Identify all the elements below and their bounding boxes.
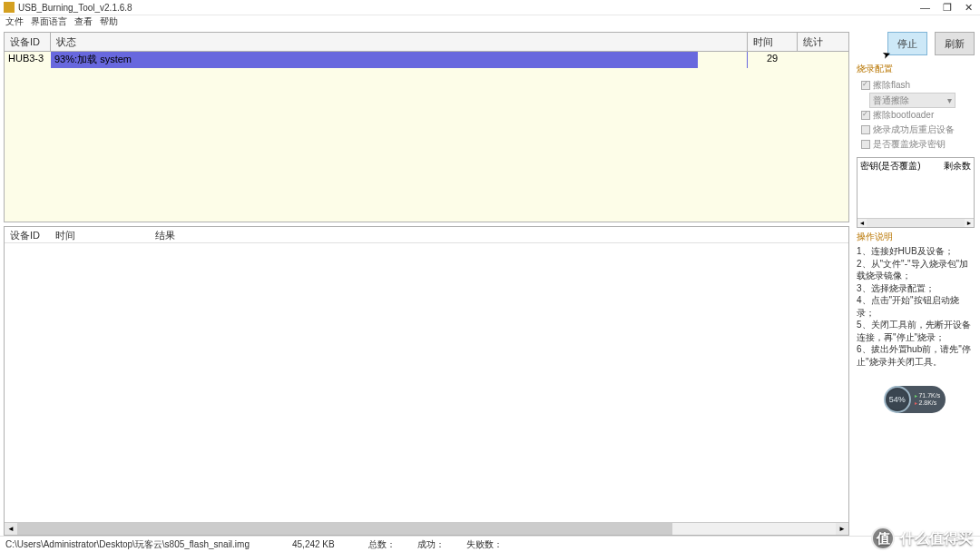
window-controls: — ❐ ✕ [920,2,973,14]
performance-widget-body: 54% 71.7K/s 2.8K/s [886,386,946,413]
performance-widget[interactable]: 54% 71.7K/s 2.8K/s [857,386,975,413]
net-upload: 71.7K/s [915,392,940,399]
left-column: 设备ID 状态 时间 统计 HUB3-3 93%:加载 system 29 设备… [0,28,853,536]
main-area: 设备ID 状态 时间 统计 HUB3-3 93%:加载 system 29 设备… [0,28,980,536]
config-title: 烧录配置 [857,63,975,75]
key-scroll-track[interactable] [867,219,965,227]
instructions-title: 操作说明 [857,231,975,243]
erase-mode-combo: 普通擦除 ▾ [869,93,956,108]
key-panel-header: 密钥(是否覆盖) 剩余数 [858,158,974,174]
label-erase-flash: 擦除flash [873,79,910,92]
statusbar: C:\Users\Administrator\Desktop\玩客云\s805_… [0,536,980,552]
cell-stat [798,52,848,68]
config-reboot-after: 烧录成功后重启设备 [857,123,975,137]
menu-view[interactable]: 查看 [74,15,93,28]
device-table: 设备ID 状态 时间 统计 HUB3-3 93%:加载 system 29 [4,32,849,222]
scroll-right-icon[interactable]: ► [836,523,848,536]
cell-status-progress: 93%:加载 system [51,52,748,68]
key-panel-body [858,174,974,218]
action-buttons: 停止 刷新 [857,32,975,55]
status-success: 成功： [417,538,445,551]
performance-percent: 54% [884,386,911,413]
status-size: 45,242 KB [292,539,347,549]
menu-help[interactable]: 帮助 [100,15,118,28]
performance-stats: 71.7K/s 2.8K/s [915,392,940,408]
minimize-button[interactable]: — [920,2,930,14]
key-header-remain: 剩余数 [944,160,971,172]
erase-mode-value: 普通擦除 [873,94,909,107]
watermark-text: 什么值得买 [900,529,973,548]
scroll-thumb[interactable] [17,523,672,536]
key-header-name: 密钥(是否覆盖) [860,160,921,172]
watermark-icon: 值 [871,527,895,550]
menubar: 文件 界面语言 查看 帮助 [0,15,980,28]
app-icon [4,2,15,13]
key-scroll-left-icon[interactable]: ◄ [858,219,867,227]
refresh-button[interactable]: 刷新 [935,32,975,55]
watermark: 值 什么值得买 [871,527,973,550]
horizontal-scrollbar[interactable]: ◄ ► [5,522,848,535]
status-total: 总数： [368,538,396,551]
label-reboot: 烧录成功后重启设备 [873,123,955,136]
device-row[interactable]: HUB3-3 93%:加载 system 29 [5,52,848,68]
checkbox-erase-flash [861,81,870,90]
instruction-line: 3、选择烧录配置； [857,282,975,295]
scroll-track[interactable] [17,523,836,536]
log-header-time[interactable]: 时间 [50,227,150,242]
checkbox-overwrite-key [861,140,870,149]
instruction-line: 1、连接好HUB及设备； [857,245,975,258]
status-path: C:\Users\Administrator\Desktop\玩客云\s805_… [5,538,270,551]
header-stat[interactable]: 统计 [798,33,848,51]
instruction-line: 4、点击"开始"按钮启动烧录； [857,294,975,319]
header-time[interactable]: 时间 [748,33,798,51]
header-status[interactable]: 状态 [51,33,748,51]
log-table: 设备ID 时间 结果 ◄ ► [4,226,849,536]
stop-button[interactable]: 停止 [887,32,927,55]
instruction-line: 5、关闭工具前，先断开设备连接，再"停止"烧录； [857,319,975,343]
menu-language[interactable]: 界面语言 [31,15,67,28]
instructions-body: 1、连接好HUB及设备； 2、从"文件"-"导入烧录包"加载烧录镜像； 3、选择… [857,243,975,368]
label-erase-bootloader: 擦除bootloader [873,109,934,122]
instruction-line: 6、拔出外置hub前，请先"停止"烧录并关闭工具。 [857,343,975,368]
close-button[interactable]: ✕ [965,2,973,14]
status-fail: 失败数： [466,538,503,551]
titlebar: USB_Burning_Tool_v2.1.6.8 — ❐ ✕ [0,0,980,15]
key-panel: 密钥(是否覆盖) 剩余数 ◄ ► [857,157,975,228]
log-header-id[interactable]: 设备ID [5,227,50,242]
log-body [5,243,848,522]
config-panel: 烧录配置 擦除flash 普通擦除 ▾ 擦除bootloader 烧录成功后重启… [857,63,975,152]
window-title: USB_Burning_Tool_v2.1.6.8 [18,3,920,13]
maximize-button[interactable]: ❐ [943,2,952,14]
key-scrollbar[interactable]: ◄ ► [858,218,974,227]
key-scroll-right-icon[interactable]: ► [965,219,974,227]
cell-time: 29 [748,52,798,68]
cell-status-text: 93%:加载 system [54,54,132,64]
right-panel: 停止 刷新 烧录配置 擦除flash 普通擦除 ▾ 擦除bootloader 烧… [853,28,980,536]
header-device-id[interactable]: 设备ID [5,33,51,51]
device-table-header: 设备ID 状态 时间 统计 [5,33,848,52]
log-table-header: 设备ID 时间 结果 [5,227,848,243]
menu-file[interactable]: 文件 [5,15,24,28]
log-header-result[interactable]: 结果 [150,227,848,242]
config-overwrite-key: 是否覆盖烧录密钥 [857,137,975,152]
net-download: 2.8K/s [915,399,940,407]
config-erase-flash: 擦除flash [857,78,975,93]
chevron-down-icon: ▾ [947,95,952,105]
cell-device-id: HUB3-3 [5,52,51,68]
scroll-left-icon[interactable]: ◄ [5,523,17,536]
config-erase-bootloader: 擦除bootloader [857,108,975,123]
checkbox-erase-bootloader [861,111,870,120]
label-overwrite-key: 是否覆盖烧录密钥 [873,138,946,151]
instruction-line: 2、从"文件"-"导入烧录包"加载烧录镜像； [857,258,975,282]
checkbox-reboot [861,125,870,134]
